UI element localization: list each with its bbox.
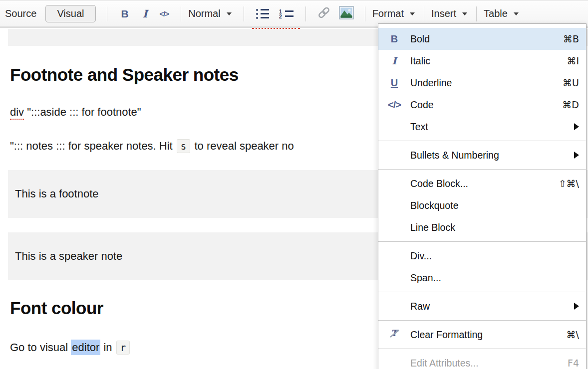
menu-item-line-block[interactable]: Line Block [378, 216, 586, 238]
toolbar-divider [365, 6, 365, 21]
paragraph-text: "::: notes ::: for speaker notes. Hit [10, 140, 176, 152]
clear-formatting-icon: T [389, 329, 400, 339]
menu-separator [378, 320, 586, 321]
menu-item-label: Raw [410, 301, 574, 312]
chevron-down-icon [410, 12, 415, 15]
menu-item-label: Edit Attributes... [410, 358, 568, 369]
callout-text: This is a speaker note [15, 250, 122, 263]
menu-separator [378, 292, 586, 292]
menu-item-span[interactable]: Span... [378, 267, 586, 289]
menu-item-raw[interactable]: Raw [378, 295, 586, 317]
selected-text: editor [71, 340, 100, 355]
bullet-list-icon [256, 9, 269, 11]
visual-mode-button[interactable]: Visual [45, 5, 95, 22]
menu-item-blockquote[interactable]: Blockquote [378, 194, 586, 216]
paragraph-style-dropdown[interactable]: Normal [188, 8, 231, 19]
toolbar-divider [107, 6, 107, 21]
paragraph-text: ":::aside ::: for footnote" [24, 106, 141, 118]
shortcut: ⌘U [563, 77, 579, 88]
shortcut: ⌘\ [567, 329, 579, 340]
bold-icon: B [378, 33, 410, 45]
toolbar-divider [244, 6, 244, 21]
menu-item-label: Line Block [410, 222, 579, 233]
menu-separator [378, 349, 586, 349]
paragraph-font-colour: Go to visual editor in r [10, 341, 131, 354]
chevron-down-icon [227, 12, 232, 15]
menu-separator [378, 169, 586, 170]
misspelled-word: div [10, 106, 24, 120]
paragraph-text: Go to visual [10, 341, 71, 354]
source-mode-button[interactable]: Source [5, 8, 36, 19]
heading-footnote-speaker-notes: Footnote and Speaker notes [10, 65, 239, 85]
inline-code-r: r [116, 341, 130, 355]
menu-item-italic[interactable]: I Italic ⌘I [378, 50, 586, 72]
inline-code-s: s [177, 139, 190, 153]
menu-item-bold[interactable]: B Bold ⌘B [378, 28, 586, 50]
menu-item-label: Italic [410, 55, 567, 67]
image-button[interactable] [339, 6, 354, 22]
shortcut: ⌘B [563, 33, 579, 44]
image-icon [339, 6, 354, 19]
menu-item-code[interactable]: </> Code ⌘D [378, 94, 586, 116]
toolbar-divider [424, 6, 424, 21]
toolbar-divider [476, 6, 477, 21]
heading-font-colour: Font colour [10, 298, 103, 318]
menu-item-code-block[interactable]: Code Block... ⇧⌘\ [378, 173, 586, 194]
underline-icon: U [378, 77, 410, 89]
chevron-down-icon [514, 12, 519, 15]
toolbar-divider [181, 6, 181, 21]
shortcut: F4 [568, 358, 579, 369]
menu-item-label: Blockquote [410, 200, 579, 211]
numbered-list-icon: 1 [279, 9, 294, 13]
link-button[interactable] [317, 6, 331, 21]
menu-item-label: Clear Formatting [410, 329, 567, 341]
format-menu-label: Format [372, 8, 404, 19]
shortcut: ⌘I [567, 55, 579, 66]
submenu-arrow-icon [574, 152, 579, 159]
menu-item-text[interactable]: Text [378, 116, 586, 138]
callout-text: This is a footnote [15, 187, 99, 200]
menu-item-label: Div... [410, 250, 579, 262]
table-menu-button[interactable]: Table [484, 8, 519, 19]
format-menu-button[interactable]: Format [372, 8, 415, 19]
bold-button[interactable]: B [121, 8, 129, 20]
numbered-list-button[interactable]: 1 2 [279, 9, 294, 18]
menu-item-label: Bullets & Numbering [410, 150, 574, 161]
menu-item-div[interactable]: Div... [378, 245, 586, 267]
insert-menu-label: Insert [431, 8, 456, 19]
bullet-list-button[interactable] [256, 9, 269, 19]
menu-separator [378, 141, 586, 141]
code-icon: </> [378, 99, 410, 111]
link-icon [317, 6, 331, 19]
menu-item-label: Underline [410, 77, 563, 89]
submenu-arrow-icon [574, 303, 579, 310]
menu-item-clear-formatting[interactable]: T Clear Formatting ⌘\ [378, 324, 586, 346]
paragraph-notes-syntax: "::: notes ::: for speaker notes. Hit s … [10, 140, 294, 153]
paragraph-style-label: Normal [188, 8, 220, 19]
menu-item-label: Span... [410, 272, 579, 284]
paragraph-text: in [100, 341, 115, 354]
menu-separator [378, 241, 586, 242]
code-button[interactable]: </> [160, 9, 169, 18]
menu-item-bullets-numbering[interactable]: Bullets & Numbering [378, 144, 586, 166]
menu-item-label: Bold [410, 33, 563, 45]
table-menu-label: Table [484, 8, 508, 19]
shortcut: ⇧⌘\ [559, 178, 579, 189]
toolbar-divider [305, 6, 306, 21]
insert-menu-button[interactable]: Insert [431, 8, 467, 19]
menu-item-label: Text [410, 121, 574, 133]
menu-item-label: Code Block... [410, 178, 559, 189]
submenu-arrow-icon [574, 123, 579, 130]
shortcut: ⌘D [562, 99, 579, 110]
italic-button[interactable]: I [143, 7, 148, 20]
italic-icon: I [378, 55, 410, 67]
menu-item-underline[interactable]: U Underline ⌘U [378, 72, 586, 94]
menu-item-edit-attributes: Edit Attributes... F4 [378, 352, 586, 369]
chevron-down-icon [462, 12, 467, 15]
menu-item-label: Code [410, 99, 562, 111]
paragraph-text: to reveal speaker no [191, 140, 294, 152]
format-dropdown-menu: B Bold ⌘B I Italic ⌘I U Underline ⌘U </>… [378, 23, 587, 369]
paragraph-aside-syntax: div ":::aside ::: for footnote" [10, 106, 141, 119]
